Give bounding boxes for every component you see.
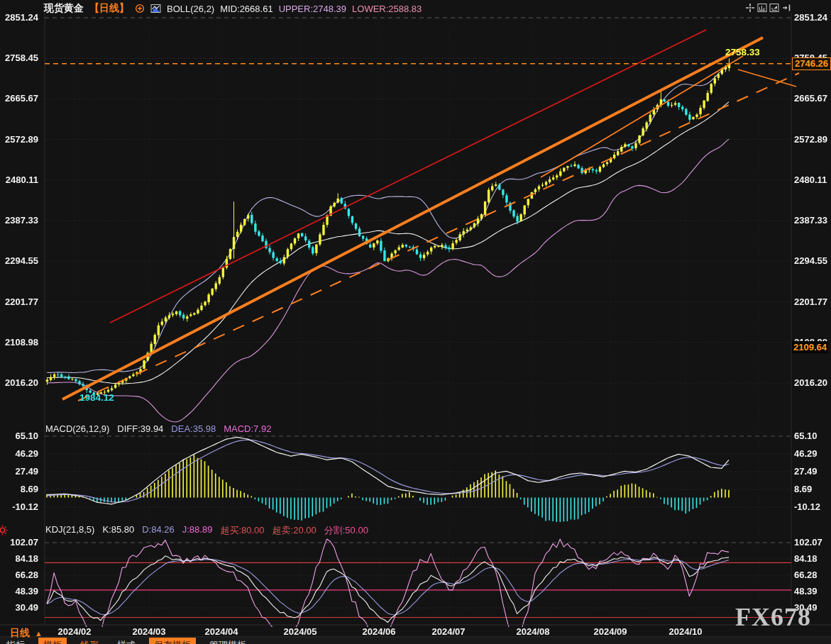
kdj-oversold-value: 超卖:20.00 [273, 524, 317, 537]
kdj-d-value: D:84.26 [142, 524, 175, 537]
time-axis-label: 2024/10 [669, 626, 703, 637]
kdj-axis-left: 102.0784.1866.2848.3930.49 [0, 0, 41, 644]
time-axis-label: 2024/04 [205, 626, 238, 637]
time-axis-label: 2024/02 [58, 626, 92, 637]
bottom-tab-保存模板[interactable]: 保存模板 [149, 638, 196, 644]
bottom-tab-bar: 指标模板线形样式保存模板管理模板 [0, 638, 831, 644]
high-price-marker: 2758.33 [725, 47, 760, 57]
add-indicator-icon[interactable] [135, 4, 145, 13]
boll-lower-value: LOWER:2588.83 [352, 4, 422, 14]
time-axis-label: 2024/07 [432, 626, 466, 637]
crosshair-tool-icon[interactable] [745, 3, 755, 13]
bottom-tab-模板[interactable]: 模板 [38, 638, 67, 644]
chart-toolbar [745, 3, 791, 13]
tick-label: 102.07 [794, 537, 822, 548]
boll-label[interactable]: BOLL(26,2) [167, 4, 214, 14]
kdj-k-value: K:85.80 [102, 524, 134, 537]
kdj-divide-value: 分割:50.00 [324, 524, 368, 537]
last-price-box: 2746.26 [792, 57, 831, 70]
bottom-tab-管理模板[interactable]: 管理模板 [204, 638, 251, 644]
alert-sun-icon [0, 525, 8, 535]
chart-play-icon[interactable] [769, 3, 779, 13]
bottom-tab-指标[interactable]: 指标 [1, 638, 30, 644]
macd-label: MACD(26,12,9) [45, 423, 109, 434]
time-axis: 2024/022024/032024/042024/052024/062024/… [0, 626, 831, 638]
tick-label: 66.28 [794, 570, 818, 581]
tick-label: 84.18 [15, 553, 38, 565]
timeframe-label[interactable]: 【日线】 [89, 2, 129, 15]
macd-diff-value: DIFF:39.94 [117, 423, 163, 434]
tick-label: 102.07 [10, 537, 38, 548]
macd-macd-value: MACD:7.92 [224, 423, 271, 434]
time-axis-label: 2024/03 [133, 626, 166, 637]
tick-label: 30.49 [15, 602, 38, 614]
trading-chart-window: 现货黄金 【日线】 BOLL(26,2) MID:2668.61 UPPER:2… [0, 0, 831, 644]
time-axis-label: 2024/09 [594, 626, 627, 637]
chevron-up-icon: ▲ [35, 629, 43, 638]
tick-label: 48.39 [794, 586, 818, 597]
time-axis-label: 2024/08 [517, 626, 550, 637]
chart-type-icon[interactable] [150, 4, 161, 13]
indicator-window-icon[interactable] [757, 3, 767, 13]
kdj-axis-right: 102.0784.1866.2848.3930.49 [793, 0, 831, 644]
chart-header: 现货黄金 【日线】 BOLL(26,2) MID:2668.61 UPPER:2… [44, 2, 422, 15]
boll-upper-value: UPPER:2748.39 [279, 4, 346, 14]
kdj-label: KDJ(21,8,5) [45, 524, 94, 537]
watermark: FX678 [735, 602, 811, 632]
tick-label: 48.39 [15, 586, 38, 597]
collapse-panel-icon[interactable] [781, 3, 791, 13]
low-price-marker: 1984.12 [79, 392, 114, 403]
time-axis-label: 2024/05 [284, 626, 317, 637]
time-axis-label: 2024/06 [363, 626, 396, 637]
macd-header[interactable]: MACD(26,12,9) DIFF:39.94 DEA:35.98 MACD:… [45, 423, 271, 434]
macd-dea-value: DEA:35.98 [171, 423, 216, 434]
kdj-overbought-value: 超买:80.00 [220, 524, 264, 537]
tick-label: 84.18 [794, 553, 818, 565]
boll-mid-value: MID:2668.61 [220, 4, 273, 14]
kdj-j-value: J:88.89 [182, 524, 213, 537]
bottom-tab-样式[interactable]: 样式 [112, 638, 141, 644]
kdj-header[interactable]: KDJ(21,8,5) K:85.80 D:84.26 J:88.89 超买:8… [45, 524, 368, 537]
chart-canvas[interactable] [0, 0, 831, 644]
tick-label: 66.28 [15, 570, 38, 581]
reference-price-badge: 2109.64 [792, 341, 828, 353]
symbol-title: 现货黄金 [44, 2, 84, 15]
bottom-tab-线形[interactable]: 线形 [75, 638, 104, 644]
